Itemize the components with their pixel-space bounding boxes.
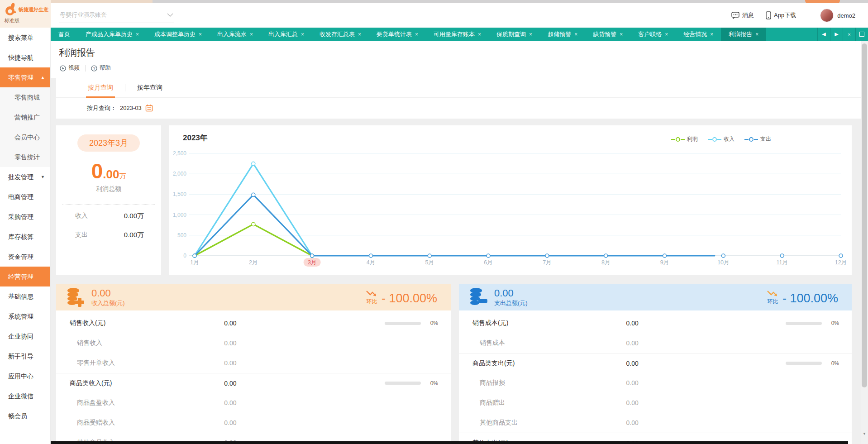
tab-产成品入库单历史[interactable]: 产成品入库单历史× [78, 28, 147, 41]
scrollbar-down-arrow[interactable]: ▼ [861, 432, 868, 436]
legend-item-利润[interactable]: 利润 [671, 135, 698, 143]
sidebar-item-label: 畅会员 [8, 412, 27, 420]
sidebar-item-营销推广[interactable]: 营销推广 [0, 107, 50, 127]
tab-close-icon[interactable]: × [478, 31, 481, 38]
vertical-scrollbar[interactable]: ▼ [861, 41, 868, 444]
tab-超储预警[interactable]: 超储预警× [540, 28, 585, 41]
tab-要货单统计表[interactable]: 要货单统计表× [369, 28, 426, 41]
sidebar-item-经营管理[interactable]: 经营管理 [0, 267, 50, 286]
svg-text:0: 0 [183, 253, 186, 259]
sidebar-item-企业微信[interactable]: 企业微信 [0, 386, 50, 406]
sidebar-item-库存核算[interactable]: 库存核算 [0, 227, 50, 247]
tab-收发存汇总表[interactable]: 收发存汇总表× [312, 28, 369, 41]
tab-客户联络[interactable]: 客户联络× [630, 28, 676, 41]
calendar-icon[interactable] [145, 104, 153, 112]
expense-total-amount: 0.00 [494, 288, 528, 299]
svg-text:2,500: 2,500 [173, 150, 186, 157]
report-row: 商品赠出0.00 [459, 393, 852, 413]
sidebar-item-基础信息[interactable]: 基础信息 [0, 286, 50, 306]
tab-close-icon[interactable]: × [755, 31, 758, 38]
sidebar-item-采购管理[interactable]: 采购管理 [0, 207, 50, 227]
tab-出入库流水[interactable]: 出入库流水× [210, 28, 261, 41]
tab-close-icon[interactable]: × [199, 31, 202, 38]
topbar-divider [808, 11, 808, 20]
tab-经营情况[interactable]: 经营情况× [676, 28, 721, 41]
legend-item-支出[interactable]: 支出 [744, 135, 771, 143]
sidebar-item-label: 搜索菜单 [8, 34, 33, 41]
next-tab-button[interactable]: ▶ [830, 28, 843, 41]
row-progress-bar [786, 322, 822, 325]
tab-label: 要货单统计表 [377, 30, 412, 38]
tab-出入库汇总[interactable]: 出入库汇总× [261, 28, 312, 41]
sidebar-item-畅会员[interactable]: 畅会员 [0, 406, 50, 426]
app-download-button[interactable]: App下载 [766, 11, 796, 19]
message-icon [731, 12, 739, 19]
tab-可用量库存账本[interactable]: 可用量库存账本× [426, 28, 489, 41]
tab-close-icon[interactable]: × [574, 31, 577, 38]
tab-monthly-query[interactable]: 按月查询 [86, 78, 115, 98]
row-value: 0.00 [626, 399, 639, 406]
tab-缺货预警[interactable]: 缺货预警× [585, 28, 630, 41]
svg-text:1月: 1月 [190, 259, 199, 266]
tab-保质期查询[interactable]: 保质期查询× [489, 28, 540, 41]
svg-text:500: 500 [177, 232, 186, 239]
video-link[interactable]: 视频 [60, 64, 80, 72]
close-tabs-button[interactable]: × [843, 28, 855, 41]
sidebar-item-应用中心[interactable]: 应用中心 [0, 366, 50, 386]
tab-成本调整单历史[interactable]: 成本调整单历史× [147, 28, 210, 41]
income-rows: 销售收入(元)0.000%销售收入0.00零售开单收入0.00商品类收入(元)0… [56, 310, 451, 444]
sidebar-item-零售商城[interactable]: 零售商城 [0, 87, 50, 107]
tab-close-icon[interactable]: × [358, 31, 361, 38]
sidebar-item-零售管理[interactable]: 零售管理▲ [0, 67, 50, 87]
account-select[interactable]: 母婴行业演示账套 [59, 8, 174, 23]
page-title: 利润报告 [59, 47, 95, 59]
sidebar-item-资金管理[interactable]: 资金管理 [0, 247, 50, 267]
row-value: 0.00 [626, 360, 639, 367]
profit-total-amount: 0.00万 [56, 159, 161, 183]
tab-yearly-query[interactable]: 按年查询 [135, 78, 164, 98]
profit-chart-card: 05001,0001,5002,0002,5001月2月3月4月5月6月7月8月… [169, 125, 852, 275]
legend-label: 收入 [724, 135, 734, 143]
expense-coins-icon [469, 287, 489, 308]
tab-label: 出入库流水 [217, 30, 247, 38]
tab-close-icon[interactable]: × [136, 31, 139, 38]
messages-button[interactable]: 消息 [731, 11, 754, 19]
sidebar-item-批发管理[interactable]: 批发管理▼ [0, 167, 50, 187]
user-menu[interactable]: demo2 [820, 9, 855, 22]
help-link[interactable]: ? 帮助 [91, 64, 111, 72]
date-filter-value[interactable]: 2023-03 [120, 105, 142, 111]
legend-item-收入[interactable]: 收入 [708, 135, 734, 143]
tab-close-icon[interactable]: × [250, 31, 253, 38]
tab-close-icon[interactable]: × [529, 31, 532, 38]
chevron-down-icon: ▼ [41, 167, 45, 187]
row-value: 0.00 [224, 419, 236, 426]
tab-close-icon[interactable]: × [620, 31, 623, 38]
brand-edition: 标准版 [5, 17, 49, 24]
sidebar-item-搜索菜单[interactable]: 搜索菜单 [0, 28, 50, 48]
row-label: 商品报损 [459, 379, 626, 387]
sidebar-item-快捷导航[interactable]: 快捷导航 [0, 48, 50, 67]
sidebar-item-label: 资金管理 [8, 253, 33, 260]
scrollbar-thumb[interactable] [862, 43, 867, 387]
sidebar-item-企业协同[interactable]: 企业协同 [0, 326, 50, 346]
brand-logo-icon [4, 3, 17, 16]
prev-tab-button[interactable]: ◀ [817, 28, 830, 41]
row-label: 销售成本 [459, 339, 626, 347]
row-percent: 0% [426, 320, 438, 326]
sidebar-item-新手引导[interactable]: 新手引导 [0, 346, 50, 366]
tab-close-icon[interactable]: × [665, 31, 668, 38]
fullscreen-button[interactable] [855, 28, 868, 41]
tab-利润报告[interactable]: 利润报告× [721, 28, 766, 41]
legend-label: 利润 [687, 135, 698, 143]
tab-close-icon[interactable]: × [301, 31, 304, 38]
tab-close-icon[interactable]: × [710, 31, 713, 38]
row-label: 商品受赠收入 [56, 419, 224, 427]
tab-首页[interactable]: 首页 [51, 28, 78, 41]
sidebar-item-电商管理[interactable]: 电商管理 [0, 187, 50, 207]
sidebar-item-系统管理[interactable]: 系统管理 [0, 306, 50, 326]
svg-text:?: ? [93, 66, 95, 71]
sidebar-item-会员中心[interactable]: 会员中心 [0, 127, 50, 147]
tab-close-icon[interactable]: × [415, 31, 418, 38]
sidebar-item-零售统计[interactable]: 零售统计 [0, 147, 50, 167]
username: demo2 [837, 12, 855, 19]
